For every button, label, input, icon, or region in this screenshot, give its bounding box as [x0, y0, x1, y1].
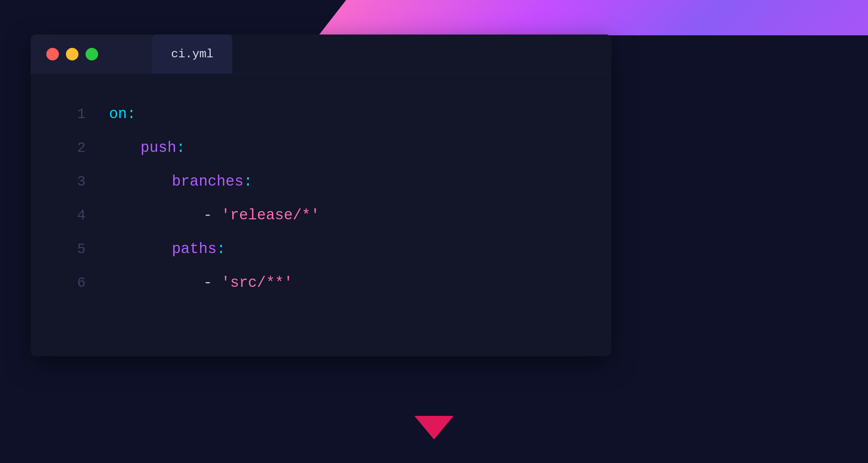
colon-3: : [243, 165, 252, 199]
string-release: 'release/*' [212, 199, 320, 232]
file-tab[interactable]: ci.yml [152, 35, 232, 73]
colon-5: : [217, 232, 226, 266]
code-line-5: 5 paths: [54, 232, 611, 266]
line-number-1: 1 [54, 98, 86, 131]
code-line-6: 6 - 'src/**' [54, 266, 611, 300]
maximize-button[interactable] [86, 48, 98, 60]
keyword-paths: paths [172, 232, 217, 266]
scroll-down-arrow[interactable] [414, 416, 454, 439]
colon-2: : [176, 131, 185, 165]
traffic-lights [31, 35, 152, 73]
tab-label: ci.yml [171, 47, 213, 61]
dash-2: - [203, 266, 212, 300]
code-line-1: 1 on: [54, 97, 611, 131]
keyword-on: on [109, 97, 127, 131]
line-number-6: 6 [54, 266, 86, 300]
code-editor: 1 on: 2 push: 3 branches: 4 [31, 74, 611, 356]
line-6-content: - 'src/**' [109, 266, 293, 300]
line-number-4: 4 [54, 199, 86, 233]
line-number-5: 5 [54, 233, 86, 266]
keyword-branches: branches [172, 165, 243, 199]
line-4-content: - 'release/*' [109, 199, 319, 232]
dash-1: - [203, 199, 212, 232]
colon-1: : [127, 97, 136, 131]
code-line-3: 3 branches: [54, 165, 611, 199]
top-banner [319, 0, 868, 35]
line-number-2: 2 [54, 131, 86, 165]
editor-window: ci.yml 1 on: 2 push: 3 branches: [31, 35, 611, 356]
keyword-push: push [140, 131, 176, 165]
line-number-3: 3 [54, 165, 86, 199]
line-2-content: push: [109, 131, 185, 165]
code-line-2: 2 push: [54, 131, 611, 165]
line-5-content: paths: [109, 232, 226, 266]
line-3-content: branches: [109, 165, 252, 199]
titlebar: ci.yml [31, 35, 611, 74]
close-button[interactable] [46, 48, 59, 60]
line-1-content: on: [109, 97, 136, 131]
string-src: 'src/**' [212, 266, 293, 300]
code-line-4: 4 - 'release/*' [54, 199, 611, 232]
minimize-button[interactable] [66, 48, 78, 60]
